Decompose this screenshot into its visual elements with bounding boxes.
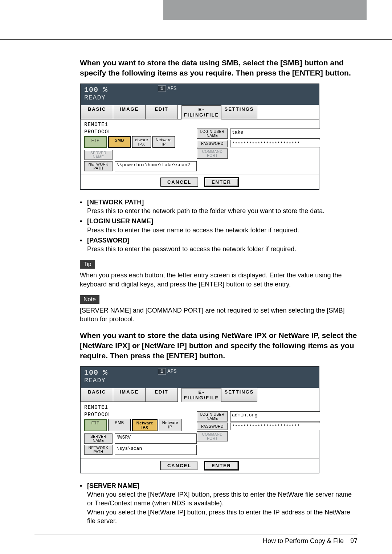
- protocol-label: PROTOCOL: [84, 129, 197, 135]
- network-path-button[interactable]: NETWORK PATH: [84, 445, 113, 455]
- aps-label: APS: [167, 368, 176, 374]
- tab-row: BASIC IMAGE EDIT E-FILING/FILE SETTINGS: [81, 105, 319, 119]
- protocol-button-row: FTP SMB Netware IPX Netware IP: [84, 419, 197, 431]
- login-user-name-field[interactable]: take: [230, 129, 320, 139]
- control-panel-smb: 100 % 1APS READY BASIC IMAGE EDIT E-FILI…: [80, 83, 319, 190]
- bullet-list-2: • [SERVER NAME] When you select the [Net…: [34, 481, 358, 525]
- percent-indicator: 100 %: [84, 368, 108, 377]
- bullet-title: [LOGIN USER NAME]: [87, 217, 153, 225]
- tip-badge: Tip: [80, 260, 95, 269]
- enter-button[interactable]: ENTER: [204, 177, 239, 187]
- panel-header: 100 % 1APS READY: [81, 84, 319, 105]
- bullet-title: [NETWORK PATH]: [87, 199, 144, 206]
- network-path-button[interactable]: NETWORK PATH: [84, 161, 113, 171]
- password-field[interactable]: ************************: [230, 140, 320, 147]
- section1-heading: When you want to store the data using SM…: [34, 58, 358, 78]
- bullet-text: Press this to enter the user name to acc…: [87, 226, 299, 235]
- netware-ip-button[interactable]: Netware IP: [152, 136, 175, 148]
- bullet-icon: •: [80, 481, 87, 525]
- aps-label: APS: [167, 86, 176, 91]
- ftp-button[interactable]: FTP: [84, 419, 107, 431]
- header-bar: [0, 0, 392, 20]
- tab-efiling-file[interactable]: E-FILING/FILE: [181, 388, 221, 402]
- login-user-name-button[interactable]: LOGIN USER NAME: [197, 411, 228, 421]
- password-button[interactable]: PASSWORD: [197, 140, 228, 147]
- list-item: • [SERVER NAME] When you select the [Net…: [80, 481, 358, 525]
- network-path-field[interactable]: \\powerbox\home\take\scan2: [115, 161, 197, 171]
- netware-ip-button[interactable]: Netware IP: [159, 419, 181, 431]
- tab-edit[interactable]: EDIT: [145, 105, 178, 119]
- password-field[interactable]: ************************: [230, 423, 320, 430]
- tab-image[interactable]: IMAGE: [113, 388, 146, 402]
- smb-button[interactable]: SMB: [108, 419, 131, 431]
- remote-label: REMOTE1: [84, 404, 197, 410]
- bullet-title: [SERVER NAME]: [87, 482, 139, 489]
- aps-number: 1: [158, 368, 166, 375]
- command-port-button[interactable]: COMMAND PORT: [197, 148, 228, 159]
- aps-indicator: 1APS: [158, 86, 177, 91]
- aps-indicator: 1APS: [158, 368, 177, 374]
- protocol-label: PROTOCOL: [84, 412, 197, 417]
- page-footer: How to Perform Copy & File 97: [34, 534, 358, 545]
- bullet-text: Press this to enter the network path to …: [87, 207, 324, 215]
- footer-text: How to Perform Copy & File: [263, 537, 344, 545]
- tab-edit[interactable]: EDIT: [145, 388, 178, 402]
- command-port-button[interactable]: COMMAND PORT: [197, 431, 228, 441]
- note-badge: Note: [80, 295, 99, 304]
- password-button[interactable]: PASSWORD: [197, 423, 228, 430]
- bullet-text: Press this to enter the password to acce…: [87, 245, 296, 253]
- page-content: When you want to store the data using SM…: [0, 39, 392, 554]
- bullet-text: When you select the [NetWare IP] button,…: [87, 508, 358, 526]
- header-gray-tab: [163, 0, 367, 20]
- cancel-button[interactable]: CANCEL: [160, 178, 198, 187]
- netware-ipx-button[interactable]: etware IPX: [132, 136, 151, 148]
- network-path-field[interactable]: \sys\scan: [115, 445, 197, 455]
- section2-heading: When you want to store the data using Ne…: [34, 330, 358, 361]
- smb-button[interactable]: SMB: [108, 136, 131, 148]
- control-panel-netware: 100 % 1APS READY BASIC IMAGE EDIT E-FILI…: [80, 366, 319, 473]
- protocol-button-row: FTP SMB etware IPX Netware IP: [84, 136, 197, 148]
- enter-button[interactable]: ENTER: [204, 461, 239, 471]
- server-name-button[interactable]: SERVER NAME: [84, 433, 113, 444]
- login-user-name-field[interactable]: admin.org: [230, 411, 320, 421]
- tip-text: When you press each button, the letter e…: [34, 271, 358, 289]
- tab-settings[interactable]: SETTINGS: [221, 105, 257, 119]
- bullet-text: When you select the [NetWare IPX] button…: [87, 490, 358, 508]
- list-item: • [NETWORK PATH] Press this to enter the…: [80, 198, 358, 216]
- ready-status: READY: [84, 94, 315, 101]
- tab-settings[interactable]: SETTINGS: [221, 388, 257, 402]
- netware-ipx-button[interactable]: Netware IPX: [132, 419, 158, 431]
- bullet-title: [PASSWORD]: [87, 237, 130, 244]
- ftp-button[interactable]: FTP: [84, 136, 107, 148]
- tab-basic[interactable]: BASIC: [81, 105, 113, 119]
- cancel-button[interactable]: CANCEL: [160, 461, 198, 470]
- panel-header: 100 % 1APS READY: [81, 367, 319, 388]
- server-name-button[interactable]: SERVER NAME: [84, 150, 113, 160]
- tab-row: BASIC IMAGE EDIT E-FILING/FILE SETTINGS: [81, 388, 319, 402]
- footer-page-number: 97: [350, 537, 358, 545]
- bullet-list-1: • [NETWORK PATH] Press this to enter the…: [34, 198, 358, 254]
- ready-status: READY: [84, 377, 315, 384]
- bullet-icon: •: [80, 198, 87, 216]
- list-item: • [LOGIN USER NAME] Press this to enter …: [80, 217, 358, 235]
- remote-label: REMOTE1: [84, 122, 197, 127]
- note-text: [SERVER NAME] and [COMMAND PORT] are not…: [34, 306, 358, 324]
- bullet-icon: •: [80, 217, 87, 235]
- bullet-icon: •: [80, 236, 87, 254]
- server-name-field[interactable]: NWSRV: [115, 433, 197, 444]
- tab-image[interactable]: IMAGE: [113, 105, 146, 119]
- login-user-name-button[interactable]: LOGIN USER NAME: [197, 129, 228, 139]
- aps-number: 1: [158, 85, 166, 92]
- tab-efiling-file[interactable]: E-FILING/FILE: [181, 105, 221, 119]
- list-item: • [PASSWORD] Press this to enter the pas…: [80, 236, 358, 254]
- percent-indicator: 100 %: [84, 86, 108, 94]
- tab-basic[interactable]: BASIC: [81, 388, 113, 402]
